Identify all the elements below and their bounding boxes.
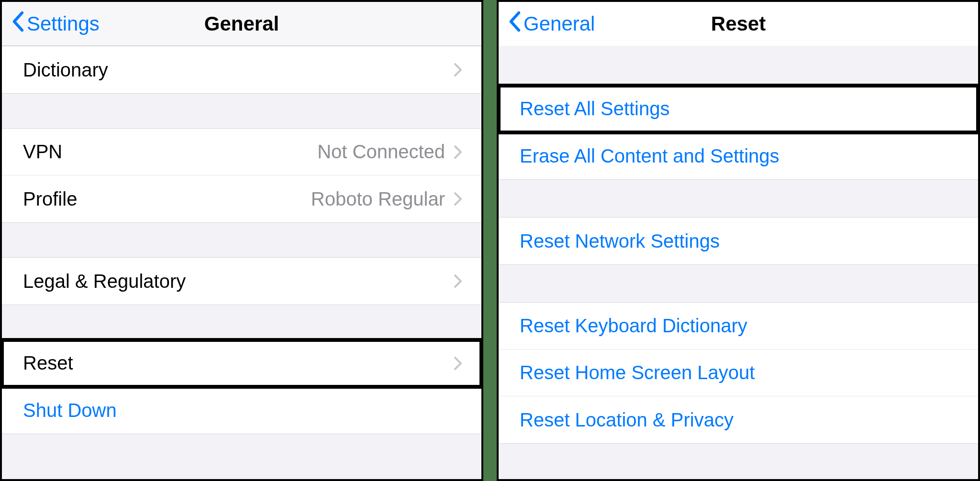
row-reset-all-settings[interactable]: Reset All Settings (499, 86, 978, 132)
row-reset-network[interactable]: Reset Network Settings (499, 218, 978, 264)
row-dictionary[interactable]: Dictionary (2, 46, 481, 93)
group-reset-misc: Reset Keyboard Dictionary Reset Home Scr… (499, 302, 978, 444)
row-label: Reset Keyboard Dictionary (520, 315, 959, 337)
group-gap (2, 223, 481, 257)
row-legal[interactable]: Legal & Regulatory (2, 258, 481, 305)
row-label: Shut Down (23, 400, 462, 421)
back-label: Settings (27, 12, 100, 35)
row-reset[interactable]: Reset (2, 340, 481, 387)
chevron-right-icon (454, 274, 462, 288)
chevron-left-icon (11, 11, 24, 37)
chevron-right-icon (454, 145, 462, 159)
page-title: General (204, 12, 279, 35)
row-label: Reset Network Settings (520, 230, 959, 252)
group-gap (2, 94, 481, 128)
row-reset-home[interactable]: Reset Home Screen Layout (499, 350, 978, 396)
group-gap (499, 46, 978, 85)
row-label: VPN (23, 141, 317, 163)
row-label: Dictionary (23, 59, 454, 81)
group-reset-network: Reset Network Settings (499, 217, 978, 265)
chevron-right-icon (454, 63, 462, 77)
navbar-reset: General Reset (499, 2, 978, 46)
row-label: Erase All Content and Settings (520, 145, 959, 167)
navbar-general: Settings General (2, 2, 481, 46)
group-vpn-profile: VPN Not Connected Profile Roboto Regular (2, 128, 481, 223)
general-settings-panel: Settings General Dictionary VPN Not Conn… (0, 0, 483, 481)
row-label: Reset (23, 352, 454, 374)
back-to-general-button[interactable]: General (508, 11, 595, 37)
row-label: Legal & Regulatory (23, 271, 454, 292)
page-title: Reset (711, 12, 766, 35)
back-to-settings-button[interactable]: Settings (11, 11, 100, 37)
row-reset-keyboard[interactable]: Reset Keyboard Dictionary (499, 303, 978, 350)
back-label: General (523, 12, 595, 35)
row-reset-location[interactable]: Reset Location & Privacy (499, 396, 978, 443)
group-gap (499, 265, 978, 302)
group-reset-all-erase: Reset All Settings Erase All Content and… (499, 85, 978, 180)
row-detail: Roboto Regular (311, 188, 445, 210)
group-legal: Legal & Regulatory (2, 257, 481, 305)
group-gap (2, 305, 481, 339)
row-label: Reset Home Screen Layout (520, 362, 959, 383)
group-dictionary: Dictionary (2, 46, 481, 94)
chevron-left-icon (508, 11, 521, 37)
row-profile[interactable]: Profile Roboto Regular (2, 175, 481, 222)
row-label: Reset Location & Privacy (520, 409, 959, 431)
row-erase-all-content[interactable]: Erase All Content and Settings (499, 132, 978, 179)
row-label: Reset All Settings (520, 98, 959, 120)
row-shutdown[interactable]: Shut Down (2, 387, 481, 434)
chevron-right-icon (454, 192, 462, 206)
group-reset-shutdown: Reset Shut Down (2, 339, 481, 434)
group-gap (499, 180, 978, 217)
row-label: Profile (23, 188, 311, 210)
chevron-right-icon (454, 356, 462, 371)
row-vpn[interactable]: VPN Not Connected (2, 129, 481, 175)
reset-settings-panel: General Reset Reset All Settings Erase A… (497, 0, 980, 481)
row-detail: Not Connected (317, 141, 445, 163)
